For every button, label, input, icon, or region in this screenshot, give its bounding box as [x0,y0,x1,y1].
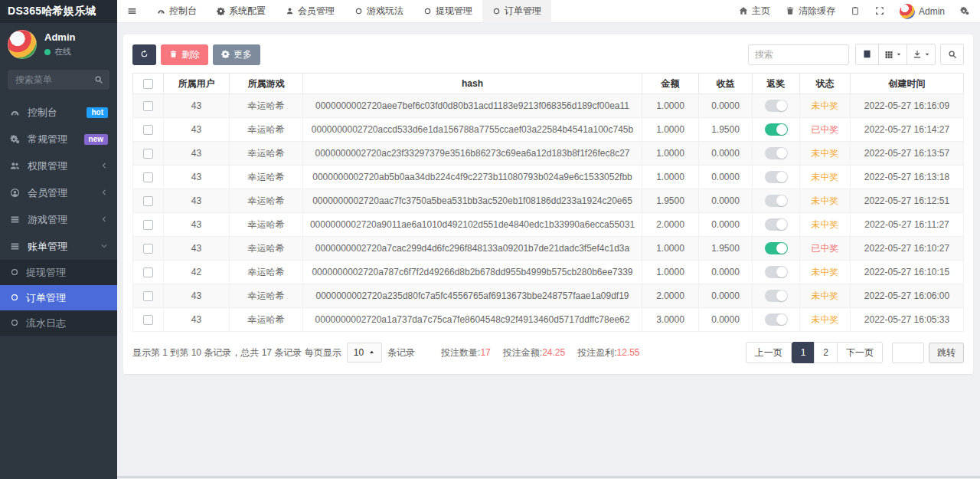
topbar-clipboard[interactable] [851,6,860,17]
column-header-所属游戏[interactable]: 所属游戏 [230,74,303,94]
gear-icon [217,7,225,16]
cell-game: 幸运哈希 [230,237,303,261]
tab-提现管理[interactable]: 提现管理 [413,0,482,23]
sidebar-item-控制台[interactable]: 控制台 hot [0,99,117,126]
delete-button[interactable]: 删除 [161,44,208,65]
sidebar-item-账单管理[interactable]: 账单管理 [0,233,117,260]
row-checkbox[interactable] [143,244,153,254]
tab-控制台[interactable]: 控制台 [147,0,207,23]
payout-toggle[interactable] [765,123,788,136]
cell-hash: 0000000002720ab5b0aa34db224c4f9c2273b110… [303,166,642,189]
toggle-pagination-button[interactable] [855,44,879,65]
topbar-expand[interactable] [875,6,884,17]
cogs-icon [9,133,21,145]
tab-系统配置[interactable]: 系统配置 [207,0,276,23]
next-page-button[interactable]: 下一页 [837,342,883,363]
cell-hash: 0000000002720a9011ae6a1010d492102d551de4… [303,213,642,237]
status-badge: 未中奖 [800,142,851,166]
circle-icon [10,267,19,278]
search-icon [94,74,103,85]
tab-订单管理[interactable]: 订单管理 [482,0,551,23]
payout-toggle[interactable] [765,266,788,278]
column-header-hash[interactable]: hash [303,74,642,94]
page-size-select[interactable]: 10 [347,343,382,363]
select-all-checkbox[interactable] [143,79,153,89]
more-button[interactable]: 更多 [213,44,260,65]
payout-toggle[interactable] [765,195,788,207]
search-button[interactable] [940,44,964,65]
page-number-button-1[interactable]: 1 [792,342,815,363]
sidebar-subitem-流水日志[interactable]: 流水日志 [0,310,117,336]
payout-toggle[interactable] [765,290,788,302]
cell-hash: 0000000002720a235d80fc7a5fc4556765af6913… [303,284,642,308]
payout-toggle[interactable] [765,171,788,183]
column-header-创建时间[interactable]: 创建时间 [851,74,964,94]
table-search-input[interactable] [748,44,849,65]
cell-user: 43 [164,94,230,118]
row-checkbox[interactable] [143,220,153,230]
avatar[interactable] [8,30,37,59]
status-badge: 未中奖 [800,284,851,308]
row-checkbox[interactable] [143,125,153,135]
cell-created-time: 2022-05-27 16:14:27 [851,118,964,142]
tab-游戏玩法[interactable]: 游戏玩法 [345,0,413,23]
topbar-Admin[interactable]: Admin [900,4,945,19]
row-checkbox[interactable] [143,291,153,301]
column-header-状态[interactable]: 状态 [800,74,851,94]
app-logo[interactable]: DS365哈希娱乐城 [0,0,117,23]
sidebar-item-会员管理[interactable]: 会员管理 [0,179,117,206]
prev-page-button[interactable]: 上一页 [746,342,792,363]
bet-stats: 投注数量:17 投注金额:24.25 投注盈利:12.55 [441,346,639,359]
tab-会员管理[interactable]: 会员管理 [276,0,345,23]
sidebar-item-权限管理[interactable]: 权限管理 [0,153,117,179]
column-header-收益[interactable]: 收益 [699,74,753,94]
sidebar-subitem-提现管理[interactable]: 提现管理 [0,260,117,285]
topbar-主页[interactable]: 主页 [739,5,770,18]
row-checkbox[interactable] [143,267,153,277]
cell-amount: 2.0000 [642,213,699,237]
row-checkbox[interactable] [143,172,153,182]
row-checkbox[interactable] [143,149,153,159]
payout-toggle[interactable] [765,242,788,254]
cell-profit: 0.0000 [699,189,753,213]
badge-new: new [84,134,108,145]
column-header-返奖[interactable]: 返奖 [753,74,800,94]
chevron-left-icon [100,189,108,197]
ring-icon [492,7,501,16]
topbar: 控制台 系统配置 会员管理 游戏玩法 提现管理 订单管理 主页 清除缓存 [117,0,980,23]
gear-icon [221,50,230,59]
jump-button[interactable]: 跳转 [929,343,964,363]
sidebar-subitem-订单管理[interactable]: 订单管理 [0,285,117,310]
card-icon [862,49,872,61]
payout-toggle[interactable] [765,218,788,231]
columns-button[interactable] [878,44,907,65]
refresh-button[interactable] [132,44,156,65]
payout-toggle[interactable] [765,100,788,112]
row-checkbox[interactable] [143,315,153,325]
jump-page-input[interactable] [892,343,924,363]
column-header-金额[interactable]: 金额 [642,74,699,94]
topbar-cogs[interactable] [960,6,969,17]
horizontal-scrollbar[interactable] [117,476,980,478]
table-row: 43 幸运哈希 0000000002720a235d80fc7a5fc45567… [133,284,964,308]
payout-toggle[interactable] [765,147,788,159]
payout-toggle[interactable] [765,313,788,326]
cell-game: 幸运哈希 [230,284,303,308]
status-badge: 未中奖 [800,213,851,237]
topbar-清除缓存[interactable]: 清除缓存 [786,5,835,18]
ring-icon [423,7,432,16]
row-checkbox[interactable] [143,101,153,111]
export-button[interactable] [906,44,936,65]
row-checkbox[interactable] [143,196,153,206]
download-icon [913,49,922,60]
column-header-所属用户[interactable]: 所属用户 [164,74,230,94]
hamburger-icon[interactable] [117,5,147,17]
cell-created-time: 2022-05-27 16:12:51 [851,189,964,213]
table-row: 43 幸运哈希 0000000002720aee7bef6c03fd0d80b3… [133,94,964,118]
sidebar-item-常规管理[interactable]: 常规管理 new [0,126,117,153]
sidebar-item-游戏管理[interactable]: 游戏管理 [0,206,117,233]
online-dot-icon [44,49,51,55]
page-number-button-2[interactable]: 2 [814,342,838,363]
stat-item: 投注盈利:12.55 [577,346,639,359]
table-row: 43 幸运哈希 0000000002720ab5b0aa34db224c4f9c… [133,166,964,189]
